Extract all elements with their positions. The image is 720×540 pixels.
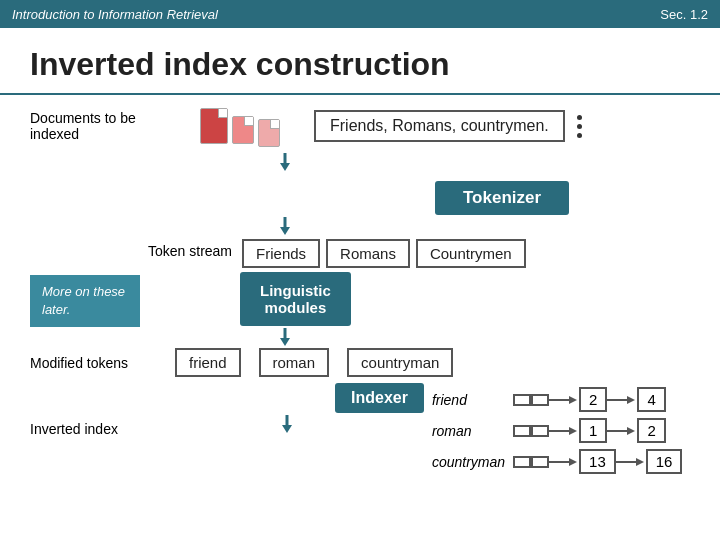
modified-tokens-row: Modified tokens friend roman countryman	[30, 348, 690, 377]
docs-label: Documents to be indexed	[30, 110, 170, 142]
chain-arrow-friend	[549, 394, 579, 406]
doc-icon-3	[258, 119, 280, 147]
mod-friend: friend	[175, 348, 241, 377]
chains: 2 4 1 2	[513, 387, 682, 474]
doc-icon-1	[200, 108, 228, 144]
indexer-box: Indexer	[335, 383, 424, 413]
chain-friend: 2 4	[513, 387, 682, 412]
idx-word-roman: roman	[432, 423, 505, 439]
num-roman-2: 2	[637, 418, 665, 443]
svg-marker-15	[627, 427, 635, 435]
tokenizer-box: Tokenizer	[435, 181, 569, 215]
svg-marker-17	[569, 458, 577, 466]
num-countryman-2: 16	[646, 449, 683, 474]
token-boxes: Friends Romans Countrymen	[242, 239, 526, 268]
token-romans: Romans	[326, 239, 410, 268]
modified-label: Modified tokens	[30, 355, 175, 371]
chain-rect-1a	[513, 394, 531, 406]
svg-marker-11	[627, 396, 635, 404]
dot-1	[577, 115, 582, 120]
main-content: Documents to be indexed Friends, Romans,…	[0, 95, 720, 484]
text-box: Friends, Romans, countrymen.	[314, 110, 565, 142]
idx-word-countryman: countryman	[432, 454, 505, 470]
more-note: More on these later.	[30, 275, 140, 327]
down-arrow-svg-2	[275, 217, 295, 235]
num-roman-1: 1	[579, 418, 607, 443]
svg-marker-19	[636, 458, 644, 466]
token-stream-label: Token stream	[148, 243, 232, 259]
indexer-section: Indexer	[150, 383, 424, 474]
chain-arrow-countryman	[549, 456, 579, 468]
num-countryman-1: 13	[579, 449, 616, 474]
tokenizer-container: Tokenizer	[215, 173, 690, 215]
num-friend-2: 4	[637, 387, 665, 412]
svg-marker-3	[280, 227, 290, 235]
token-stream-row: More on these later. Token stream Friend…	[30, 237, 690, 268]
docs-row: Documents to be indexed Friends, Romans,…	[30, 105, 690, 147]
svg-marker-5	[280, 338, 290, 346]
arrow-from-tokenizer	[275, 217, 690, 235]
idx-word-friend: friend	[432, 392, 505, 408]
page-title: Inverted index construction	[0, 28, 720, 95]
header-section: Sec. 1.2	[660, 7, 708, 22]
svg-marker-7	[282, 425, 292, 433]
down-arrow-svg	[275, 153, 295, 171]
dot-2	[577, 124, 582, 129]
indexer-arrow	[277, 415, 297, 433]
arrow-from-linguistic	[275, 328, 690, 346]
chain-arrow-roman	[549, 425, 579, 437]
svg-marker-9	[569, 396, 577, 404]
inverted-index-label: Inverted index	[30, 383, 140, 474]
chain-rect-2b	[531, 425, 549, 437]
arrow-to-tokenizer	[275, 153, 690, 171]
doc-icons	[200, 105, 284, 147]
down-arrow-svg-3	[275, 328, 295, 346]
chain-rect-2a	[513, 425, 531, 437]
chain-rect-3b	[531, 456, 549, 468]
num-friend-1: 2	[579, 387, 607, 412]
chain-countryman: 13 16	[513, 449, 682, 474]
token-friends: Friends	[242, 239, 320, 268]
mod-countryman: countryman	[347, 348, 453, 377]
doc-icon-2	[232, 116, 254, 144]
indexer-words: friend roman countryman	[432, 387, 505, 474]
chain-roman: 1 2	[513, 418, 682, 443]
chain-arrow-roman-2	[607, 425, 637, 437]
linguistic-box: Linguistic modules	[240, 272, 351, 326]
dot-3	[577, 133, 582, 138]
modified-tokens: friend roman countryman	[175, 348, 453, 377]
chain-arrow-friend-2	[607, 394, 637, 406]
chain-rect-3a	[513, 456, 531, 468]
token-countrymen: Countrymen	[416, 239, 526, 268]
header: Introduction to Information Retrieval Se…	[0, 0, 720, 28]
svg-marker-1	[280, 163, 290, 171]
header-title: Introduction to Information Retrieval	[12, 7, 218, 22]
svg-marker-13	[569, 427, 577, 435]
dots	[575, 113, 584, 140]
chain-arrow-countryman-2	[616, 456, 646, 468]
chain-rect-1b	[531, 394, 549, 406]
indexer-row: Inverted index Indexer friend roman coun…	[30, 383, 690, 474]
mod-roman: roman	[259, 348, 330, 377]
